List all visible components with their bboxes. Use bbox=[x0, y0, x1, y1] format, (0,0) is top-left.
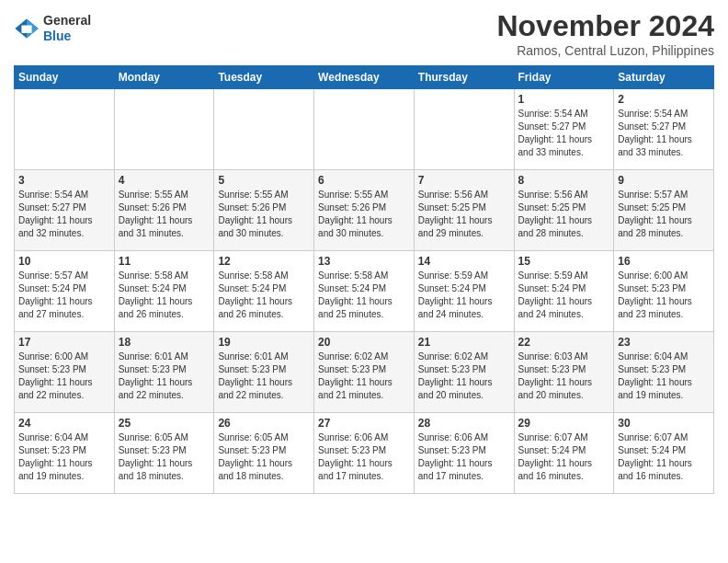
calendar-day-cell bbox=[15, 89, 115, 170]
day-info: Sunrise: 6:01 AMSunset: 5:23 PMDaylight:… bbox=[119, 350, 210, 402]
calendar-day-cell: 2Sunrise: 5:54 AMSunset: 5:27 PMDaylight… bbox=[614, 89, 714, 170]
day-info: Sunrise: 5:58 AMSunset: 5:24 PMDaylight:… bbox=[318, 270, 410, 321]
day-info: Sunrise: 5:55 AMSunset: 5:26 PMDaylight:… bbox=[218, 189, 310, 240]
calendar-week-row: 1Sunrise: 5:54 AMSunset: 5:27 PMDaylight… bbox=[15, 89, 714, 170]
calendar-week-row: 17Sunrise: 6:00 AMSunset: 5:23 PMDayligh… bbox=[15, 332, 714, 413]
day-number: 6 bbox=[318, 174, 410, 187]
day-number: 24 bbox=[18, 417, 110, 430]
calendar-week-row: 24Sunrise: 6:04 AMSunset: 5:23 PMDayligh… bbox=[15, 413, 714, 494]
calendar-day-cell: 27Sunrise: 6:06 AMSunset: 5:23 PMDayligh… bbox=[314, 413, 415, 494]
day-number: 28 bbox=[418, 417, 510, 430]
day-number: 22 bbox=[518, 336, 610, 349]
day-info: Sunrise: 6:00 AMSunset: 5:23 PMDaylight:… bbox=[18, 350, 110, 402]
day-of-week-header: Monday bbox=[114, 66, 214, 89]
day-info: Sunrise: 6:01 AMSunset: 5:23 PMDaylight:… bbox=[218, 350, 310, 402]
day-info: Sunrise: 6:02 AMSunset: 5:23 PMDaylight:… bbox=[418, 350, 510, 402]
day-info: Sunrise: 6:06 AMSunset: 5:23 PMDaylight:… bbox=[318, 431, 410, 483]
calendar-day-cell: 28Sunrise: 6:06 AMSunset: 5:23 PMDayligh… bbox=[414, 413, 514, 494]
calendar-day-cell: 5Sunrise: 5:55 AMSunset: 5:26 PMDaylight… bbox=[214, 170, 314, 251]
day-of-week-header: Sunday bbox=[15, 66, 115, 89]
calendar-body: 1Sunrise: 5:54 AMSunset: 5:27 PMDaylight… bbox=[15, 89, 714, 494]
day-info: Sunrise: 6:06 AMSunset: 5:23 PMDaylight:… bbox=[418, 431, 510, 483]
day-number: 17 bbox=[18, 336, 110, 349]
day-number: 5 bbox=[218, 174, 310, 187]
calendar-day-cell: 9Sunrise: 5:57 AMSunset: 5:25 PMDaylight… bbox=[614, 170, 714, 251]
day-info: Sunrise: 5:56 AMSunset: 5:25 PMDaylight:… bbox=[518, 189, 610, 240]
day-number: 7 bbox=[418, 174, 510, 187]
calendar-day-cell: 3Sunrise: 5:54 AMSunset: 5:27 PMDaylight… bbox=[15, 170, 115, 251]
calendar-day-cell: 24Sunrise: 6:04 AMSunset: 5:23 PMDayligh… bbox=[15, 413, 115, 494]
calendar-day-cell: 14Sunrise: 5:59 AMSunset: 5:24 PMDayligh… bbox=[414, 251, 514, 332]
calendar-day-cell: 30Sunrise: 6:07 AMSunset: 5:24 PMDayligh… bbox=[614, 413, 714, 494]
logo-icon bbox=[14, 16, 40, 41]
day-info: Sunrise: 5:55 AMSunset: 5:26 PMDaylight:… bbox=[119, 189, 210, 240]
day-info: Sunrise: 6:05 AMSunset: 5:23 PMDaylight:… bbox=[119, 431, 210, 483]
page-header: General Blue November 2024 Ramos, Centra… bbox=[14, 9, 714, 58]
day-info: Sunrise: 5:59 AMSunset: 5:24 PMDaylight:… bbox=[518, 270, 610, 321]
logo-text: General Blue bbox=[43, 13, 91, 44]
calendar-day-cell: 1Sunrise: 5:54 AMSunset: 5:27 PMDaylight… bbox=[514, 89, 614, 170]
day-info: Sunrise: 6:04 AMSunset: 5:23 PMDaylight:… bbox=[618, 350, 710, 402]
logo: General Blue bbox=[14, 9, 91, 44]
day-number: 16 bbox=[618, 255, 710, 268]
calendar-day-cell: 26Sunrise: 6:05 AMSunset: 5:23 PMDayligh… bbox=[214, 413, 314, 494]
calendar-day-cell: 20Sunrise: 6:02 AMSunset: 5:23 PMDayligh… bbox=[314, 332, 415, 413]
calendar-day-cell: 17Sunrise: 6:00 AMSunset: 5:23 PMDayligh… bbox=[15, 332, 115, 413]
day-number: 10 bbox=[18, 255, 110, 268]
day-info: Sunrise: 6:07 AMSunset: 5:24 PMDaylight:… bbox=[618, 431, 710, 483]
day-info: Sunrise: 6:02 AMSunset: 5:23 PMDaylight:… bbox=[318, 350, 410, 402]
day-info: Sunrise: 5:56 AMSunset: 5:25 PMDaylight:… bbox=[418, 189, 510, 240]
day-info: Sunrise: 6:07 AMSunset: 5:24 PMDaylight:… bbox=[518, 431, 610, 483]
calendar-week-row: 10Sunrise: 5:57 AMSunset: 5:24 PMDayligh… bbox=[15, 251, 714, 332]
calendar-day-cell: 29Sunrise: 6:07 AMSunset: 5:24 PMDayligh… bbox=[514, 413, 614, 494]
day-of-week-header: Saturday bbox=[614, 66, 714, 89]
day-number: 3 bbox=[18, 174, 110, 187]
day-info: Sunrise: 5:59 AMSunset: 5:24 PMDaylight:… bbox=[418, 270, 510, 321]
day-info: Sunrise: 5:57 AMSunset: 5:25 PMDaylight:… bbox=[618, 189, 710, 240]
calendar-day-cell: 19Sunrise: 6:01 AMSunset: 5:23 PMDayligh… bbox=[214, 332, 314, 413]
day-info: Sunrise: 5:57 AMSunset: 5:24 PMDaylight:… bbox=[18, 270, 110, 321]
day-number: 26 bbox=[218, 417, 310, 430]
day-number: 27 bbox=[318, 417, 410, 430]
calendar-day-cell: 12Sunrise: 5:58 AMSunset: 5:24 PMDayligh… bbox=[214, 251, 314, 332]
calendar-day-cell: 21Sunrise: 6:02 AMSunset: 5:23 PMDayligh… bbox=[414, 332, 514, 413]
day-info: Sunrise: 6:03 AMSunset: 5:23 PMDaylight:… bbox=[518, 350, 610, 402]
calendar-day-cell: 11Sunrise: 5:58 AMSunset: 5:24 PMDayligh… bbox=[114, 251, 214, 332]
logo-general: General bbox=[43, 13, 91, 28]
calendar-day-cell: 6Sunrise: 5:55 AMSunset: 5:26 PMDaylight… bbox=[314, 170, 415, 251]
calendar-day-cell: 13Sunrise: 5:58 AMSunset: 5:24 PMDayligh… bbox=[314, 251, 415, 332]
day-info: Sunrise: 5:58 AMSunset: 5:24 PMDaylight:… bbox=[218, 270, 310, 321]
day-info: Sunrise: 5:54 AMSunset: 5:27 PMDaylight:… bbox=[18, 189, 110, 240]
day-number: 23 bbox=[618, 336, 710, 349]
calendar-week-row: 3Sunrise: 5:54 AMSunset: 5:27 PMDaylight… bbox=[15, 170, 714, 251]
calendar-day-cell: 10Sunrise: 5:57 AMSunset: 5:24 PMDayligh… bbox=[15, 251, 115, 332]
header-row: SundayMondayTuesdayWednesdayThursdayFrid… bbox=[15, 66, 714, 89]
day-number: 14 bbox=[418, 255, 510, 268]
calendar-day-cell: 23Sunrise: 6:04 AMSunset: 5:23 PMDayligh… bbox=[614, 332, 714, 413]
day-number: 25 bbox=[119, 417, 210, 430]
day-number: 18 bbox=[119, 336, 210, 349]
day-of-week-header: Wednesday bbox=[314, 66, 415, 89]
day-of-week-header: Tuesday bbox=[214, 66, 314, 89]
day-number: 11 bbox=[119, 255, 210, 268]
day-number: 13 bbox=[318, 255, 410, 268]
day-number: 2 bbox=[618, 93, 710, 106]
day-number: 29 bbox=[518, 417, 610, 430]
calendar-day-cell: 8Sunrise: 5:56 AMSunset: 5:25 PMDaylight… bbox=[514, 170, 614, 251]
day-number: 30 bbox=[618, 417, 710, 430]
calendar-table: SundayMondayTuesdayWednesdayThursdayFrid… bbox=[14, 65, 714, 494]
calendar-day-cell: 15Sunrise: 5:59 AMSunset: 5:24 PMDayligh… bbox=[514, 251, 614, 332]
calendar-day-cell: 7Sunrise: 5:56 AMSunset: 5:25 PMDaylight… bbox=[414, 170, 514, 251]
day-of-week-header: Friday bbox=[514, 66, 614, 89]
calendar-day-cell: 22Sunrise: 6:03 AMSunset: 5:23 PMDayligh… bbox=[514, 332, 614, 413]
calendar-day-cell bbox=[114, 89, 214, 170]
day-number: 12 bbox=[218, 255, 310, 268]
calendar-day-cell bbox=[214, 89, 314, 170]
day-number: 9 bbox=[618, 174, 710, 187]
day-number: 4 bbox=[119, 174, 210, 187]
calendar-day-cell bbox=[414, 89, 514, 170]
day-info: Sunrise: 6:05 AMSunset: 5:23 PMDaylight:… bbox=[218, 431, 310, 483]
calendar-day-cell: 4Sunrise: 5:55 AMSunset: 5:26 PMDaylight… bbox=[114, 170, 214, 251]
day-number: 15 bbox=[518, 255, 610, 268]
calendar-day-cell: 16Sunrise: 6:00 AMSunset: 5:23 PMDayligh… bbox=[614, 251, 714, 332]
